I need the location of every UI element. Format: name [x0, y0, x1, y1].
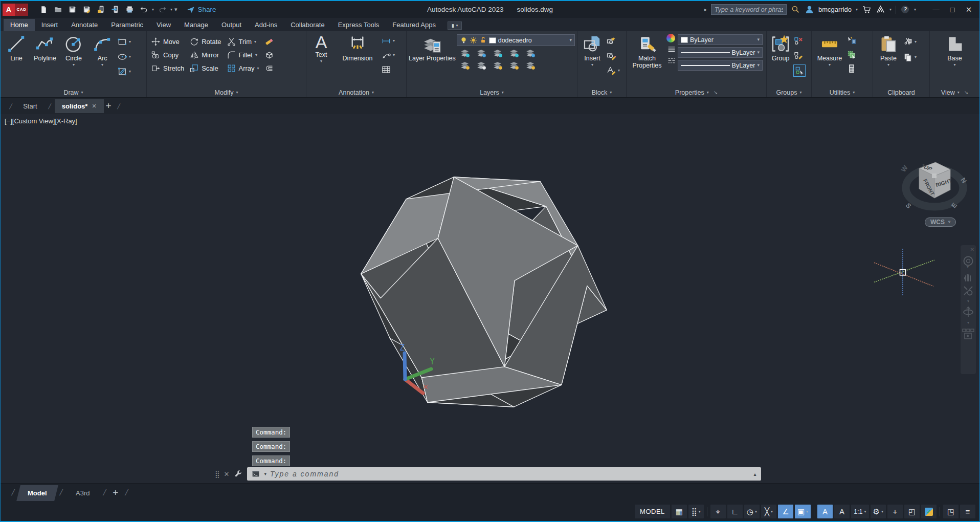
ribbon-tab-manage[interactable]: Manage	[177, 19, 215, 31]
layer-color-swatch[interactable]	[489, 37, 496, 44]
layout-tab-model[interactable]: Model	[16, 485, 58, 501]
autodesk-menu-caret[interactable]: ▾	[889, 8, 892, 12]
array-button[interactable]: Array▾	[227, 63, 259, 73]
snap-mode-caret[interactable]: ▾	[699, 510, 701, 514]
osnap-tracking-button[interactable]: ∠	[778, 505, 793, 518]
isolate-objects-button[interactable]: ◰	[904, 505, 920, 518]
file-tab-close-icon[interactable]: ✕	[92, 103, 96, 110]
ortho-mode-button[interactable]: ∟	[727, 505, 743, 518]
quick-calc-button[interactable]	[847, 63, 857, 74]
minimize-button[interactable]: —	[928, 3, 944, 16]
undo-caret[interactable]: ▾	[152, 8, 154, 12]
ribbon-tab-view[interactable]: View	[150, 19, 177, 31]
search-icon[interactable]	[791, 5, 800, 14]
dodecahedron-solid[interactable]	[361, 177, 607, 407]
new-file-button[interactable]	[37, 4, 50, 16]
layer-match-icon[interactable]	[524, 48, 537, 58]
command-terminal-icon[interactable]	[251, 470, 260, 478]
redo-button[interactable]	[156, 4, 168, 16]
model-space-viewport[interactable]: ✕YZ	[1, 114, 979, 483]
layer-on-icon[interactable]	[460, 36, 467, 44]
annotation-scale-caret[interactable]: ▾	[864, 510, 866, 514]
layout-tab-a3rd[interactable]: A3rd	[64, 485, 101, 501]
share-button[interactable]: Share	[187, 6, 216, 14]
iso-drafting-caret[interactable]: ▾	[771, 510, 773, 514]
command-customize-icon[interactable]	[234, 470, 242, 478]
copy-button[interactable]: Copy	[151, 50, 184, 60]
command-close-icon[interactable]: ✕	[224, 470, 230, 478]
linetype-icon[interactable]	[666, 56, 677, 65]
viewcube[interactable]: N E S W TOP FRONT RIGHT	[896, 147, 972, 229]
match-properties-button[interactable]: Match Properties	[629, 33, 665, 88]
ribbon-tab-collaborate[interactable]: Collaborate	[284, 19, 331, 31]
create-block-button[interactable]	[606, 36, 620, 46]
ungroup-button[interactable]	[793, 36, 806, 46]
workspace-switching-button[interactable]: ⚙▾	[871, 505, 886, 518]
zoom-caret[interactable]: ▾	[967, 299, 969, 303]
ellipse-button[interactable]: ▾	[117, 52, 131, 62]
trim-button[interactable]: Trim▾	[227, 37, 259, 47]
file-tab-start[interactable]: Start	[16, 99, 44, 113]
user-avatar-icon[interactable]	[805, 5, 814, 14]
ribbon-collapse-button[interactable]: ▮▾	[448, 21, 462, 30]
rectangle-button[interactable]: ▾	[117, 37, 131, 47]
command-expand-arrow[interactable]: ▴	[753, 471, 757, 477]
maximize-button[interactable]: □	[945, 3, 960, 16]
drawing-canvas[interactable]: [−][Custom View][X-Ray] ✕YZ N E S W TOP …	[1, 114, 979, 483]
groups-panel-label[interactable]: Groups▾	[767, 88, 811, 97]
fillet-button[interactable]: Fillet▾	[227, 50, 259, 60]
signed-in-user[interactable]: bmcgarrido	[818, 6, 852, 13]
draw-panel-label[interactable]: Draw▾	[1, 88, 146, 97]
annotation-scale-button[interactable]: 1:1▾	[851, 505, 868, 518]
layer-walk-icon[interactable]	[524, 60, 537, 71]
navigation-bar[interactable]: ✕ ▾ ▾ ▾	[961, 245, 976, 374]
ribbon-tab-output[interactable]: Output	[215, 19, 248, 31]
lineweight-combo[interactable]: ByLayer▾	[678, 47, 763, 58]
cut-button[interactable]: ▾	[903, 37, 917, 47]
open-file-button[interactable]	[52, 4, 64, 16]
layer-lock-icon[interactable]	[508, 48, 521, 58]
layer-select-combo[interactable]: dodecaedro ▾	[457, 34, 575, 46]
command-input-bar[interactable]: ▾ Type a command ▴	[247, 467, 761, 481]
qat-customize-button[interactable]: ▾	[174, 7, 177, 12]
dim-linear-button[interactable]: ▾	[381, 36, 395, 46]
layer-unlock2-icon[interactable]	[508, 60, 521, 71]
autodesk-logo-icon[interactable]	[876, 5, 885, 14]
layers-panel-label[interactable]: Layers▾	[407, 88, 577, 97]
copy-clip-button[interactable]: ▾	[903, 52, 917, 62]
command-input-placeholder[interactable]: Type a command	[270, 470, 750, 478]
new-drawing-tab-button[interactable]: +	[106, 100, 112, 112]
ribbon-tab-express-tools[interactable]: Express Tools	[331, 19, 386, 31]
search-expand-arrow[interactable]: ▸	[704, 7, 707, 12]
new-layout-button[interactable]: +	[113, 487, 118, 498]
layer-off-icon[interactable]	[459, 60, 472, 71]
layer-properties-button[interactable]: Layer Properties	[409, 33, 456, 88]
annotation-autoscale-button[interactable]: A	[834, 505, 850, 518]
quick-select-button[interactable]	[847, 36, 857, 46]
select-similar-button[interactable]	[847, 50, 857, 60]
group-edit-button[interactable]	[793, 50, 806, 60]
arc-button[interactable]: Arc▾	[88, 33, 116, 88]
edit-attributes-button[interactable]: ▾	[606, 66, 620, 76]
compass-west[interactable]: W	[899, 164, 909, 173]
navigation-wheel-icon[interactable]: ▾	[963, 255, 974, 269]
base-button[interactable]: Base▾	[940, 33, 970, 88]
save-to-web-button[interactable]	[109, 4, 121, 16]
recent-commands-caret[interactable]: ▾	[264, 471, 266, 476]
snap-mode-button[interactable]: ⣿▾	[688, 505, 704, 518]
paste-button[interactable]: Paste▾	[875, 33, 902, 88]
zoom-icon[interactable]	[963, 285, 974, 296]
offset-button[interactable]	[264, 63, 274, 73]
user-menu-caret[interactable]: ▾	[856, 8, 858, 12]
group-selection-toggle[interactable]	[793, 64, 806, 77]
layer-unlock-icon[interactable]	[479, 36, 487, 44]
orbit-icon[interactable]	[962, 307, 974, 318]
layer-make-current-icon[interactable]	[475, 60, 488, 71]
app-store-cart-icon[interactable]	[862, 5, 872, 14]
polyline-button[interactable]: Polyline	[31, 33, 59, 88]
edit-block-button[interactable]	[606, 51, 620, 61]
measure-button[interactable]: Measure▾	[814, 33, 845, 88]
layer-freeze-icon[interactable]	[492, 48, 504, 58]
block-panel-label[interactable]: Block▾	[577, 88, 626, 97]
circle-button[interactable]: Circle▾	[60, 33, 87, 88]
